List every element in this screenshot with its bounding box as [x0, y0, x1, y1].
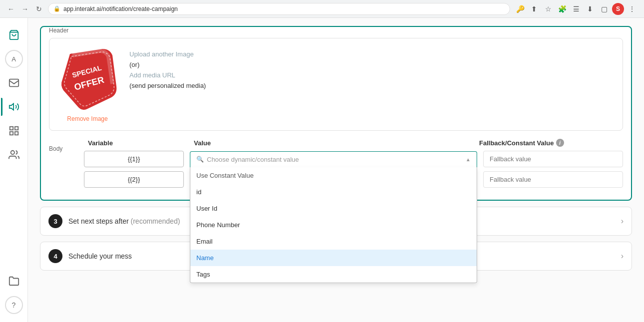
sidebar-item-grid[interactable]	[5, 122, 23, 140]
dropdown-item-phone[interactable]: Phone Number	[190, 217, 477, 233]
variable-col-header: Variable	[88, 139, 188, 147]
header-section: Header	[41, 27, 631, 139]
browser-chrome: ← → ↻ 🔒 app.interakt.ai/notification/cre…	[0, 0, 644, 18]
back-button[interactable]: ←	[6, 4, 16, 14]
variable-row-1: {{1}} 🔍 Choose dynamic/constant value ▲	[84, 151, 623, 167]
header-label: Header	[49, 27, 623, 34]
svg-point-7	[10, 151, 14, 154]
fallback-col-header: Fallback/Constant Value i	[479, 139, 619, 147]
personalized-text: (send personalized media)	[129, 82, 206, 89]
fallback-input-1[interactable]	[483, 151, 623, 167]
special-offer-image: SPECIAL OFFER	[57, 46, 117, 111]
sidebar-item-folder[interactable]	[5, 272, 23, 290]
body-label: Body	[49, 145, 62, 152]
variables-header: Variable Value Fallback/Constant Value i	[84, 139, 623, 147]
user-avatar[interactable]: S	[612, 3, 624, 15]
menu-icon-bar[interactable]: ☰	[570, 3, 582, 15]
dropdown-item-tags[interactable]: Tags	[190, 266, 477, 283]
star-icon[interactable]: ☆	[542, 3, 554, 15]
dropdown-item-email[interactable]: Email	[190, 233, 477, 250]
image-preview-wrapper: SPECIAL OFFER Remove Image	[57, 46, 117, 122]
share-icon[interactable]: ⬆	[528, 3, 540, 15]
svg-rect-1	[9, 79, 18, 87]
remove-image-button[interactable]: Remove Image	[67, 115, 107, 122]
address-bar[interactable]: 🔒 app.interakt.ai/notification/create-ca…	[48, 3, 510, 15]
image-actions: Upload another Image (or) Add media URL …	[129, 46, 206, 89]
body-label-wrapper: Body	[49, 139, 84, 192]
value-col-header: Value	[194, 139, 473, 147]
dropdown-item-id[interactable]: id	[190, 184, 477, 200]
or-text: (or)	[129, 61, 206, 68]
upload-another-link[interactable]: Upload another Image	[129, 50, 206, 58]
sidebar-item-shop[interactable]	[5, 26, 23, 44]
variable-2-pill: {{2}}	[84, 171, 184, 188]
dropdown-menu-1: Use Constant Value id User Id Phone Numb…	[190, 167, 477, 283]
svg-marker-2	[9, 104, 13, 110]
body-variables-row: Body Variable Value Fallback/Constant Va…	[41, 139, 631, 200]
more-icon[interactable]: ⋮	[626, 3, 638, 15]
fallback-input-2[interactable]	[483, 171, 623, 188]
step-4-chevron: ›	[621, 252, 624, 261]
dropdown-item-user-id[interactable]: User Id	[190, 200, 477, 217]
sidebar: A	[0, 18, 28, 322]
dropdown-wrapper-1: 🔍 Choose dynamic/constant value ▲ Use Co…	[190, 151, 477, 167]
lock-icon: 🔒	[53, 5, 60, 12]
url-text: app.interakt.ai/notification/create-camp…	[63, 5, 178, 12]
sidebar-item-mail[interactable]	[5, 74, 23, 92]
svg-rect-3	[9, 127, 12, 130]
svg-rect-4	[14, 127, 17, 130]
add-media-url-link[interactable]: Add media URL	[129, 71, 206, 79]
window-icon[interactable]: ▢	[598, 3, 610, 15]
browser-actions: 🔑 ⬆ ☆ 🧩 ☰ ⬇ ▢ S ⋮	[514, 3, 638, 15]
svg-rect-6	[14, 132, 17, 135]
refresh-button[interactable]: ↻	[34, 4, 44, 14]
chevron-up-icon: ▲	[466, 157, 471, 162]
step-3-chevron: ›	[621, 217, 624, 226]
variable-1-pill: {{1}}	[84, 151, 184, 167]
variables-container: Variable Value Fallback/Constant Value i…	[84, 139, 623, 192]
step-4-number: 4	[48, 249, 62, 263]
image-upload-box: SPECIAL OFFER Remove Image Upload anothe…	[49, 38, 623, 131]
sidebar-item-people[interactable]	[5, 146, 23, 164]
svg-rect-5	[9, 132, 12, 135]
sidebar-item-account[interactable]: A	[5, 50, 23, 68]
value-dropdown-1[interactable]: 🔍 Choose dynamic/constant value ▲	[190, 151, 477, 167]
step-3-number: 3	[48, 214, 62, 228]
header-variables-card: Header	[40, 26, 632, 201]
info-icon: i	[556, 139, 564, 147]
main-content: Header	[28, 18, 644, 322]
dropdown-placeholder-1: Choose dynamic/constant value	[207, 156, 299, 163]
sidebar-item-campaign[interactable]	[5, 98, 23, 116]
dropdown-item-use-constant[interactable]: Use Constant Value	[190, 167, 477, 184]
forward-button[interactable]: →	[20, 4, 30, 14]
dropdown-item-name[interactable]: Name	[190, 250, 477, 266]
search-icon: 🔍	[196, 156, 204, 163]
sidebar-item-help[interactable]: ?	[5, 296, 23, 314]
key-icon[interactable]: 🔑	[514, 3, 526, 15]
download-icon[interactable]: ⬇	[584, 3, 596, 15]
extensions-icon[interactable]: 🧩	[556, 3, 568, 15]
